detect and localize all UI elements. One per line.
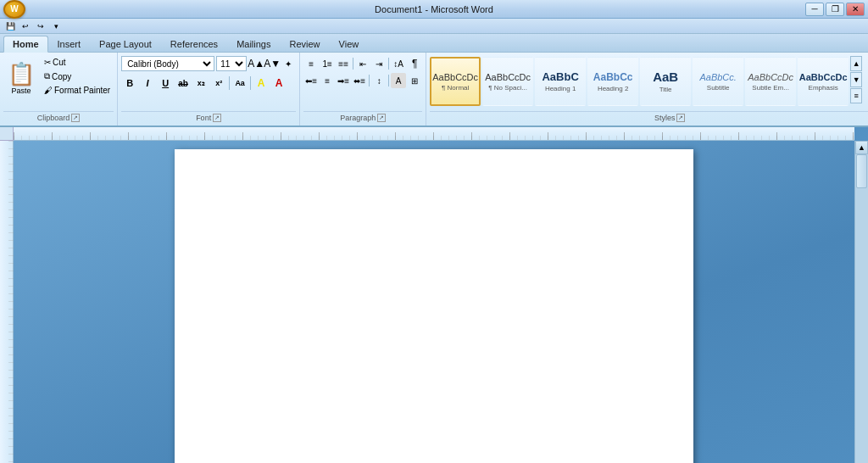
font-name-select[interactable]: Calibri (Body) xyxy=(121,56,214,71)
clipboard-expand[interactable]: ↗ xyxy=(71,114,80,122)
para-sep-2 xyxy=(388,58,389,70)
borders-button[interactable]: ⊞ xyxy=(407,73,422,88)
line-spacing-button[interactable]: ↕ xyxy=(371,73,387,88)
ruler-marks xyxy=(14,127,854,140)
align-center-button[interactable]: ≡ xyxy=(320,73,335,88)
office-button[interactable]: W xyxy=(3,0,25,19)
style-normal[interactable]: AaBbCcDc ¶ Normal xyxy=(430,57,481,106)
cut-label: Cut xyxy=(53,58,66,67)
tab-references[interactable]: References xyxy=(161,36,227,52)
close-button[interactable]: ✕ xyxy=(846,3,865,16)
style-title-preview: AaB xyxy=(653,70,678,84)
font-expand[interactable]: ↗ xyxy=(213,114,221,122)
italic-button[interactable]: I xyxy=(139,75,156,92)
style-title-name: Title xyxy=(659,86,672,93)
style-nospacing[interactable]: AaBbCcDc ¶ No Spaci... xyxy=(482,57,533,106)
decrease-indent-button[interactable]: ⇤ xyxy=(355,56,370,71)
styles-scroll-up[interactable]: ▲ xyxy=(850,56,862,71)
underline-button[interactable]: U xyxy=(157,75,174,92)
sort-button[interactable]: ↕A xyxy=(391,56,406,71)
align-left-button[interactable]: ⬅≡ xyxy=(303,73,319,88)
para-sep-3 xyxy=(369,75,370,86)
text-color-button[interactable]: A xyxy=(270,75,287,92)
font-group-label: Font ↗ xyxy=(121,111,296,124)
style-subtitle-preview: AaBbCc. xyxy=(699,72,736,82)
style-subtle-em[interactable]: AaBbCcDc Subtle Em... xyxy=(745,57,796,106)
paragraph-row-1: ≡ 1≡ ≡≡ ⇤ ⇥ ↕A ¶ xyxy=(303,56,422,71)
save-icon[interactable]: 💾 xyxy=(3,20,17,32)
font-size-btns: A▲ A▼ ✦ xyxy=(248,56,296,71)
subscript-button[interactable]: x₂ xyxy=(192,75,209,92)
tab-page-layout[interactable]: Page Layout xyxy=(90,36,161,52)
redo-icon[interactable]: ↪ xyxy=(34,20,47,32)
styles-expand[interactable]: ↗ xyxy=(676,114,685,122)
strikethrough-button[interactable]: ab xyxy=(175,75,192,92)
ribbon-tabs: Home Insert Page Layout References Maili… xyxy=(0,34,868,53)
clear-formatting-button[interactable]: ✦ xyxy=(281,56,296,71)
tab-review[interactable]: Review xyxy=(280,36,329,52)
quick-access-dropdown[interactable]: ▾ xyxy=(49,20,63,32)
paragraph-expand[interactable]: ↗ xyxy=(377,114,386,122)
align-right-button[interactable]: ➡≡ xyxy=(336,73,351,88)
bullets-button[interactable]: ≡ xyxy=(303,56,319,71)
format-painter-button[interactable]: 🖌 Format Painter xyxy=(41,84,114,97)
ruler-horizontal xyxy=(14,127,854,141)
font-bottom-row: B I U ab x₂ x² Aa A A xyxy=(121,75,287,92)
tab-home[interactable]: Home xyxy=(3,36,48,53)
ruler-corner xyxy=(0,127,14,141)
content-row: ▲ ▼ xyxy=(0,141,868,463)
style-heading1[interactable]: AaBbC Heading 1 xyxy=(535,57,586,106)
vertical-scrollbar: ▲ ▼ xyxy=(854,141,868,463)
clipboard-group: 📋 Paste ✂ Cut ⧉ Copy 🖌 Format Painter C xyxy=(0,53,118,126)
superscript-button[interactable]: x² xyxy=(210,75,227,92)
style-heading2-preview: AaBbCc xyxy=(593,71,633,83)
paste-label: Paste xyxy=(11,86,31,95)
paste-button[interactable]: 📋 Paste xyxy=(3,56,39,102)
font-size-select[interactable]: 11 xyxy=(216,56,247,71)
font-top-row: Calibri (Body) 11 A▲ A▼ ✦ xyxy=(121,56,296,71)
change-case-button[interactable]: Aa xyxy=(231,75,248,92)
show-formatting-button[interactable]: ¶ xyxy=(407,56,422,71)
copy-label: Copy xyxy=(52,72,71,81)
style-title[interactable]: AaB Title xyxy=(640,57,691,106)
style-nospacing-name: ¶ No Spaci... xyxy=(488,84,527,92)
highlight-button[interactable]: A xyxy=(253,75,270,92)
style-heading2[interactable]: AaBbCc Heading 2 xyxy=(587,57,638,106)
styles-scroll-buttons: ▲ ▼ ≡ xyxy=(850,56,862,111)
tab-insert[interactable]: Insert xyxy=(48,36,91,52)
document-page[interactable] xyxy=(175,149,693,463)
undo-icon[interactable]: ↩ xyxy=(19,20,32,32)
increase-indent-button[interactable]: ⇥ xyxy=(371,56,387,71)
style-subtle-em-name: Subtle Em... xyxy=(752,84,789,92)
styles-scroll-down[interactable]: ▼ xyxy=(850,72,862,87)
restore-button[interactable]: ❐ xyxy=(826,3,844,16)
format-painter-icon: 🖌 xyxy=(44,86,53,95)
style-nospacing-preview: AaBbCcDc xyxy=(485,72,531,82)
tab-mailings[interactable]: Mailings xyxy=(227,36,280,52)
font-content: Calibri (Body) 11 A▲ A▼ ✦ B I U ab x₂ x² xyxy=(121,54,296,111)
document-scroll-area[interactable] xyxy=(14,141,854,463)
multilevel-list-button[interactable]: ≡≡ xyxy=(336,56,351,71)
decrease-font-size-button[interactable]: A▼ xyxy=(264,56,280,71)
bold-button[interactable]: B xyxy=(121,75,138,92)
tab-view[interactable]: View xyxy=(330,36,369,52)
style-subtitle[interactable]: AaBbCc. Subtitle xyxy=(693,57,743,106)
svg-rect-3 xyxy=(14,127,854,140)
style-emphasis[interactable]: AaBbCcDc Emphasis xyxy=(798,57,849,106)
cut-button[interactable]: ✂ Cut xyxy=(41,56,114,69)
numbering-button[interactable]: 1≡ xyxy=(320,56,335,71)
clipboard-group-label: Clipboard ↗ xyxy=(3,111,114,124)
increase-font-size-button[interactable]: A▲ xyxy=(248,56,264,71)
justify-button[interactable]: ⬌≡ xyxy=(352,73,367,88)
style-subtitle-name: Subtitle xyxy=(707,84,730,92)
styles-scroll-more[interactable]: ≡ xyxy=(850,88,862,103)
style-normal-preview: AaBbCcDc xyxy=(432,72,478,82)
scroll-thumb[interactable] xyxy=(856,154,867,188)
scroll-up-button[interactable]: ▲ xyxy=(855,141,868,154)
shading-button[interactable]: A xyxy=(391,73,406,88)
quick-access-toolbar: 💾 ↩ ↪ ▾ xyxy=(0,19,868,34)
minimize-button[interactable]: ─ xyxy=(805,3,824,16)
paragraph-row-2: ⬅≡ ≡ ➡≡ ⬌≡ ↕ A ⊞ xyxy=(303,73,422,88)
scroll-track xyxy=(855,154,868,463)
copy-button[interactable]: ⧉ Copy xyxy=(41,70,114,83)
